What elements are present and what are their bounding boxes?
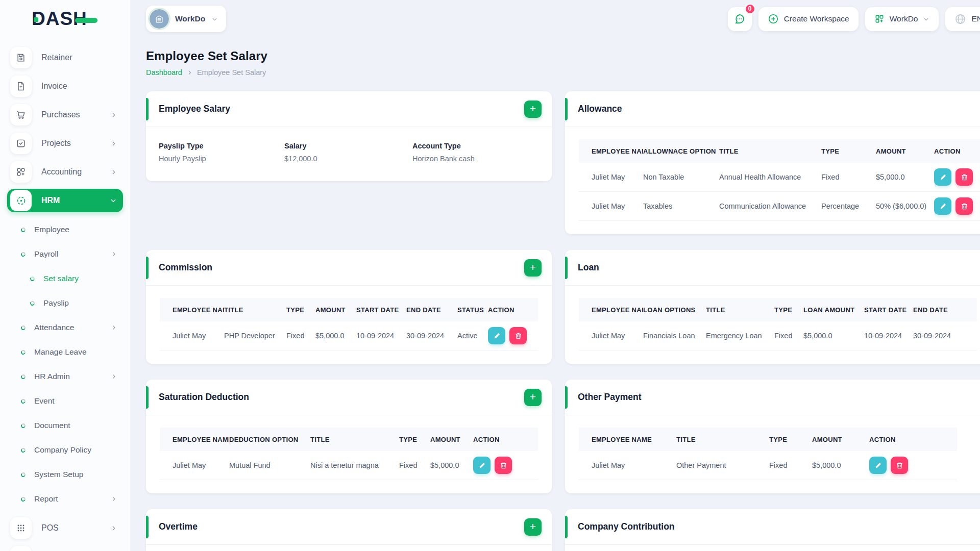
sidebar-item-invoice[interactable]: Invoice bbox=[7, 74, 123, 98]
add-commission-button[interactable] bbox=[524, 259, 542, 277]
language-selector[interactable]: EN bbox=[945, 7, 980, 31]
brand-logo-dot bbox=[34, 17, 38, 22]
table-row: Juliet May Non Taxable Annual Health All… bbox=[579, 163, 980, 192]
column-header: EMPLOYEE NAME bbox=[579, 139, 643, 163]
sidebar-subitem-document[interactable]: Document bbox=[0, 413, 130, 438]
workspace-label: WorkDo bbox=[175, 14, 205, 23]
sidebar-item-retainer[interactable]: Retainer bbox=[7, 46, 123, 69]
sidebar-item-purchases[interactable]: Purchases bbox=[7, 103, 123, 127]
chevron-right-icon bbox=[110, 169, 117, 176]
hrm-submenu: Employee Payroll Set salary Payslip bbox=[0, 217, 130, 511]
other-payment-table: EMPLOYEE NAME TITLE TYPE AMOUNT ACTION J… bbox=[579, 428, 957, 480]
page-header: Employee Set Salary Dashboard Employee S… bbox=[146, 49, 980, 77]
sidebar-subitem-employee[interactable]: Employee bbox=[0, 217, 130, 242]
create-workspace-button[interactable]: Create Workspace bbox=[758, 7, 859, 31]
field-label: Payslip Type bbox=[159, 142, 284, 150]
sidebar-subitem-payslip[interactable]: Payslip bbox=[0, 291, 130, 315]
bullet-icon bbox=[20, 324, 26, 330]
field-label: Salary bbox=[284, 142, 412, 150]
messages-button[interactable]: 0 bbox=[728, 7, 752, 31]
column-header: DEDUCTION OPTION bbox=[229, 428, 310, 451]
delete-button[interactable] bbox=[891, 457, 908, 474]
edit-button[interactable] bbox=[934, 168, 951, 186]
cell-employee-name: Juliet May bbox=[160, 451, 229, 480]
table-row: Juliet May Financials Loan Emergency Loa… bbox=[579, 321, 977, 350]
sidebar-item-pos[interactable]: POS bbox=[7, 516, 123, 540]
cell-amount: 50% ($6,000.0) bbox=[876, 192, 934, 221]
subitem-label: Manage Leave bbox=[34, 347, 87, 357]
card-allowance: Allowance EMPLOYEE NAME ALLOWNACE OPTION… bbox=[565, 91, 980, 234]
edit-button[interactable] bbox=[488, 327, 505, 344]
edit-button[interactable] bbox=[473, 457, 491, 474]
column-header: AMOUNT bbox=[315, 298, 356, 321]
sidebar-subitem-hr-admin[interactable]: HR Admin bbox=[0, 364, 130, 389]
delete-button[interactable] bbox=[955, 197, 973, 215]
workspace-switcher[interactable]: WorkDo bbox=[146, 6, 226, 32]
chevron-right-icon bbox=[110, 140, 117, 147]
sidebar-subitem-attendance[interactable]: Attendance bbox=[0, 315, 130, 340]
table-header-row: EMPLOYEE NAME TITLE TYPE AMOUNT ACTION bbox=[579, 428, 957, 451]
subitem-label: Attendance bbox=[34, 323, 74, 332]
sidebar-item-crm[interactable]: CRM bbox=[7, 545, 123, 551]
card-commission: Commission EMPLOYEE NAME TITLE TYPE AMOU… bbox=[146, 250, 552, 364]
column-header: EMPLOYEE NAME bbox=[579, 298, 643, 321]
table-header-row: EMPLOYEE NAME LOAN OPTIONS TITLE TYPE LO… bbox=[579, 298, 977, 321]
chevron-down-icon bbox=[211, 16, 218, 22]
bullet-icon bbox=[20, 349, 26, 355]
column-header: ACTION bbox=[488, 298, 538, 321]
sidebar-item-hrm[interactable]: HRM bbox=[7, 189, 123, 212]
sidebar-subitem-report[interactable]: Report bbox=[0, 487, 130, 511]
sidebar-subitem-manage-leave[interactable]: Manage Leave bbox=[0, 340, 130, 364]
chevron-right-icon bbox=[110, 525, 117, 532]
add-employee-salary-button[interactable] bbox=[524, 101, 542, 118]
breadcrumb-dashboard-link[interactable]: Dashboard bbox=[146, 68, 182, 77]
column-header: EMPLOYEE NAME bbox=[579, 428, 676, 451]
column-header: ACTION bbox=[473, 428, 538, 451]
edit-button[interactable] bbox=[934, 197, 951, 215]
brand-logo[interactable]: DASH bbox=[0, 0, 130, 38]
sidebar-item-accounting[interactable]: Accounting bbox=[7, 160, 123, 184]
subitem-label: Employee bbox=[34, 225, 69, 234]
bullet-icon bbox=[20, 496, 26, 502]
save-icon bbox=[10, 47, 32, 68]
sidebar-subitem-payroll[interactable]: Payroll bbox=[0, 242, 130, 266]
cell-amount: $5,000.0 bbox=[430, 451, 473, 480]
cell-type: Fixed bbox=[821, 163, 876, 192]
globe-icon bbox=[954, 13, 966, 25]
chevron-right-icon bbox=[110, 112, 117, 118]
card-title: Commission bbox=[159, 262, 212, 273]
card-other-payment: Other Payment EMPLOYEE NAME TITLE TYPE A… bbox=[565, 380, 980, 493]
add-saturation-deduction-button[interactable] bbox=[524, 389, 542, 406]
app-root: DASH Retainer Invoice Purc bbox=[0, 0, 980, 551]
commission-table: EMPLOYEE NAME TITLE TYPE AMOUNT START DA… bbox=[160, 298, 538, 350]
breadcrumb: Dashboard Employee Set Salary bbox=[146, 68, 980, 77]
delete-button[interactable] bbox=[955, 168, 973, 186]
cell-loan-options: Financials Loan bbox=[643, 321, 706, 350]
column-header: EMPLOYEE NAME bbox=[160, 428, 229, 451]
grid-plus-icon bbox=[874, 14, 885, 24]
sidebar-subitem-event[interactable]: Event bbox=[0, 389, 130, 413]
sidebar-subitem-set-salary[interactable]: Set salary bbox=[0, 266, 130, 291]
delete-button[interactable] bbox=[495, 457, 512, 474]
sidebar-subitem-system-setup[interactable]: System Setup bbox=[0, 462, 130, 487]
card-title: Company Contribution bbox=[578, 521, 675, 532]
cell-title: Other Payment bbox=[676, 451, 769, 480]
add-overtime-button[interactable] bbox=[524, 518, 542, 536]
table-row: Juliet May Other Payment Fixed $5,000.0 bbox=[579, 451, 957, 480]
field-value: $12,000.0 bbox=[284, 155, 412, 163]
column-header: TYPE bbox=[286, 298, 315, 321]
breadcrumb-current: Employee Set Salary bbox=[197, 68, 266, 77]
workdo-menu-button[interactable]: WorkDo bbox=[865, 7, 939, 31]
sidebar-subitem-company-policy[interactable]: Company Policy bbox=[0, 438, 130, 462]
column-header: TITLE bbox=[719, 139, 821, 163]
table-header-row: EMPLOYEE NAME ALLOWNACE OPTION TITLE TYP… bbox=[579, 139, 980, 163]
sidebar-item-label: Retainer bbox=[41, 53, 72, 62]
cell-option: Taxables bbox=[643, 192, 719, 221]
field-value: Horizon Bank cash bbox=[412, 155, 475, 163]
cell-title: PHP Developer bbox=[224, 321, 286, 350]
delete-button[interactable] bbox=[509, 327, 527, 344]
sidebar-item-projects[interactable]: Projects bbox=[7, 132, 123, 155]
edit-button[interactable] bbox=[869, 457, 887, 474]
sidebar-item-label: Invoice bbox=[41, 82, 67, 91]
language-label: EN bbox=[971, 14, 980, 23]
